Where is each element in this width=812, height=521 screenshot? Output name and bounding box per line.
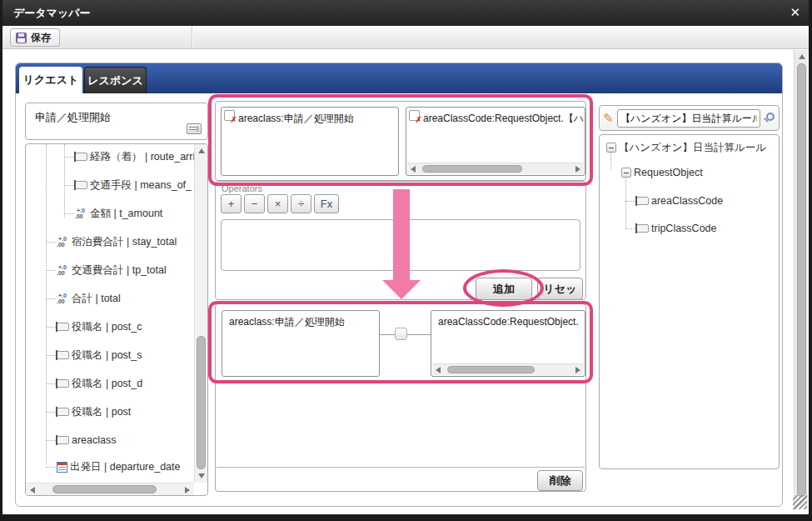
rule-search-bar: ✎ [599,105,780,131]
tree-item-rule-root[interactable]: 【ハンズオン】日当計算ルール [606,140,766,155]
tree-item-post-d[interactable]: 役職名 | post_d [46,376,142,391]
tree-item-label: 役職名 | post_c [72,320,142,334]
scrollbar-thumb[interactable] [422,165,522,173]
tree-item-area-class-code[interactable]: areaClassCode [625,193,723,208]
operators-label: Operators [222,183,262,193]
scroll-up-icon[interactable] [799,54,805,59]
scroll-down-icon[interactable] [198,473,205,478]
tree-item-means-of[interactable]: 交通手段 | means_of_ [64,178,192,193]
scrollbar-thumb[interactable] [197,336,206,469]
tree-item-label: tripClassCode [651,223,717,234]
tree-item-label: 交通手段 | means_of_ [90,178,192,193]
tree-item-label: areaClassCode [651,195,723,207]
rule-search-input[interactable] [617,109,760,128]
reset-button[interactable]: リセット [537,278,583,300]
string-field-icon [57,436,69,444]
operator-plus-button[interactable]: + [221,194,242,213]
tree-item-trip-class-code[interactable]: tripClassCode [625,221,717,236]
tree-item-label: 【ハンズオン】日当計算ルール [619,141,766,155]
operand-label: areaClassCode:RequestObject.【ハン [423,112,585,126]
save-button[interactable]: 保存 [10,28,60,47]
scroll-left-icon[interactable] [436,367,441,373]
tree-item-request-object[interactable]: RequestObject [621,165,703,180]
scroll-up-icon[interactable] [198,148,205,153]
collapse-icon[interactable] [621,168,631,178]
expression-target-box[interactable]: areaClassCode:RequestObject.【ハン [406,107,585,176]
tab-response[interactable]: レスポンス [84,67,147,93]
vertical-scrollbar[interactable] [194,144,207,483]
string-field-icon [57,351,69,359]
operator-multiply-button[interactable]: × [267,194,288,213]
string-field-icon [636,224,649,233]
mapping-target-label: areaClassCode:RequestObject.【ハ [438,315,585,329]
tree-item-post[interactable]: 役職名 | post [46,404,131,419]
delete-button[interactable]: 削除 [537,470,583,491]
save-button-label: 保存 [31,31,51,45]
annotation-arrow-head [382,280,421,299]
calendar-icon [57,462,67,473]
dialog-titlebar: データマッパー ✕ [0,0,812,26]
dialog-border [809,0,812,521]
source-tree: 経路（着） | route_arriva 交通手段 | means_of_ 金額… [25,143,208,496]
tree-item-label: RequestObject [634,167,703,178]
tree-item-post-s[interactable]: 役職名 | post_s [46,348,142,363]
remove-operand-icon[interactable] [409,110,420,121]
toolbar: 保存 [2,26,809,49]
mapping-checkbox[interactable] [395,328,407,340]
scroll-right-icon[interactable] [575,367,580,373]
horizontal-scrollbar[interactable] [407,163,584,174]
tree-item-departure-date[interactable]: 出発日 | departure_date [46,459,180,474]
resize-grip-icon[interactable] [793,495,807,509]
operator-fx-button[interactable]: Fx [314,194,339,213]
string-field-icon [636,197,649,205]
string-field-icon [75,153,87,161]
string-field-icon [57,408,69,416]
dialog-border [0,514,812,521]
form-icon[interactable] [187,123,202,134]
target-tree: 【ハンズオン】日当計算ルール RequestObject areaClassCo… [599,134,780,469]
tree-item-areaclass[interactable]: areaclass [46,433,117,448]
scrollbar-thumb[interactable] [797,63,806,497]
collapse-icon[interactable] [606,143,616,153]
scroll-right-icon[interactable] [575,166,580,173]
operator-divide-button[interactable]: ÷ [291,194,311,213]
tree-item-post-c[interactable]: 役職名 | post_c [46,319,142,334]
tab-request[interactable]: リクエスト [19,67,82,93]
scrollbar-thumb[interactable] [52,485,157,493]
edit-pencil-icon[interactable]: ✎ [603,111,614,126]
scroll-left-icon[interactable] [30,487,35,493]
string-field-icon [75,181,87,189]
floppy-disk-icon [16,33,27,43]
tree-item-label: areaclass [72,434,117,446]
tree-item-total[interactable]: 合計 | total [46,291,121,306]
tree-item-label: 合計 | total [72,292,121,306]
tree-item-t-amount[interactable]: 金額 | t_amount [64,206,162,221]
scroll-right-icon[interactable] [185,487,190,493]
add-button[interactable]: 追加 [476,278,532,300]
tree-item-label: 出発日 | departure_date [70,460,180,474]
tree-item-label: 役職名 | post_s [72,348,142,363]
tree-item-stay-total[interactable]: 宿泊費合計 | stay_total [46,234,177,249]
scrollbar-thumb[interactable] [447,366,535,373]
tree-item-tp-total[interactable]: 交通費合計 | tp_total [46,263,167,278]
scroll-left-icon[interactable] [411,166,416,173]
tree-item-route-arrival[interactable]: 経路（着） | route_arriva [64,149,206,164]
operator-minus-button[interactable]: − [244,194,265,213]
close-icon[interactable]: ✕ [790,5,800,20]
mapping-target-box[interactable]: areaClassCode:RequestObject.【ハ [431,310,585,377]
dialog-vertical-scrollbar[interactable] [794,50,808,507]
tree-item-label: 役職名 | post [72,405,131,419]
horizontal-scrollbar[interactable] [26,483,194,495]
number-field-icon [57,293,69,304]
horizontal-scrollbar[interactable] [432,363,584,375]
source-node-label: 申請／処理開始 [35,110,111,125]
search-icon[interactable] [766,113,775,121]
operand-label: areaclass:申請／処理開始 [238,112,354,126]
tree-item-label: 交通費合計 | tp_total [72,263,167,278]
tree-item-label: 役職名 | post_d [72,377,142,391]
number-field-icon [75,208,87,219]
mapping-source-box[interactable]: areaclass:申請／処理開始 [222,310,380,377]
source-node-box: 申請／処理開始 [25,103,208,140]
expression-source-box[interactable]: areaclass:申請／処理開始 [221,107,399,176]
remove-operand-icon[interactable] [224,110,235,121]
